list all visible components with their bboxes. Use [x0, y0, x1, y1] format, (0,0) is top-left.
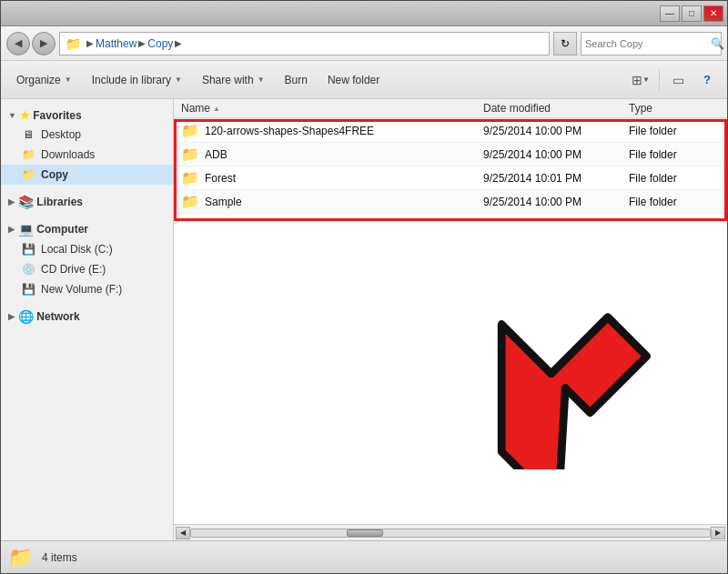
- file-cell-date-1: 9/25/2014 10:00 PM: [483, 148, 629, 161]
- sidebar-item-downloads[interactable]: 📁 Downloads: [1, 145, 173, 165]
- file-cell-date-0: 9/25/2014 10:00 PM: [483, 125, 629, 137]
- new-volume-label: New Volume (F:): [41, 283, 122, 296]
- file-folder-icon-1: 📁: [181, 146, 199, 163]
- computer-header[interactable]: ▶ 💻 Computer: [1, 219, 173, 239]
- column-header-name[interactable]: Name ▲: [181, 102, 483, 115]
- libraries-header[interactable]: ▶ 📚 Libraries: [1, 192, 173, 212]
- organize-button[interactable]: Organize ▼: [8, 65, 80, 96]
- computer-label: Computer: [36, 223, 88, 236]
- favorites-label: Favorites: [33, 109, 81, 122]
- file-row-3[interactable]: 📁 Sample 9/25/2014 10:00 PM File folder: [174, 190, 727, 214]
- file-name-3: Sample: [205, 196, 242, 208]
- file-type-3: File folder: [629, 196, 677, 208]
- local-disk-label: Local Disk (C:): [41, 243, 113, 256]
- preview-pane-button[interactable]: ▭: [665, 67, 691, 93]
- new-folder-button[interactable]: New folder: [319, 65, 388, 96]
- sidebar-item-cd-drive[interactable]: 💿 CD Drive (E:): [1, 259, 173, 279]
- libraries-collapse-arrow: ▶: [8, 197, 15, 206]
- file-list-container: 📁 120-arrows-shapes-Shapes4FREE 9/25/201…: [174, 119, 727, 524]
- file-type-0: File folder: [629, 125, 677, 137]
- sidebar-item-local-disk[interactable]: 💾 Local Disk (C:): [1, 239, 173, 259]
- share-with-dropdown-arrow: ▼: [258, 76, 265, 84]
- maximize-button[interactable]: □: [682, 5, 702, 22]
- include-library-dropdown-arrow: ▼: [175, 76, 182, 84]
- title-bar: — □ ✕: [1, 1, 727, 26]
- favorites-section: ▼ ★ Favorites 🖥 Desktop 📁 Downloads 📁 Co…: [1, 106, 173, 185]
- file-cell-name-1: 📁 ADB: [181, 146, 483, 163]
- toolbar-right: ⊞ ▼ ▭ ?: [628, 67, 720, 93]
- file-type-1: File folder: [629, 148, 677, 161]
- svg-marker-0: [472, 269, 672, 469]
- view-options-button[interactable]: ⊞ ▼: [628, 67, 653, 93]
- breadcrumb-root-icon: 📁: [66, 36, 81, 51]
- favorites-header[interactable]: ▼ ★ Favorites: [1, 106, 173, 125]
- file-date-0: 9/25/2014 10:00 PM: [483, 125, 581, 137]
- network-header[interactable]: ▶ 🌐 Network: [1, 307, 173, 327]
- computer-icon: 💻: [18, 222, 34, 237]
- view-dropdown-arrow: ▼: [642, 76, 650, 84]
- file-name-1: ADB: [205, 148, 228, 161]
- sidebar-item-copy[interactable]: 📁 Copy: [1, 165, 173, 185]
- burn-button[interactable]: Burn: [277, 65, 316, 96]
- scroll-thumb[interactable]: [347, 529, 383, 537]
- scroll-track[interactable]: [190, 529, 711, 538]
- file-list-header: Name ▲ Date modified Type: [174, 99, 727, 119]
- search-box[interactable]: 🔍: [581, 32, 722, 55]
- file-row-0[interactable]: 📁 120-arrows-shapes-Shapes4FREE 9/25/201…: [174, 119, 727, 143]
- sidebar-item-desktop[interactable]: 🖥 Desktop: [1, 125, 173, 145]
- scroll-right-button[interactable]: ▶: [711, 527, 725, 539]
- back-button[interactable]: ◀: [6, 32, 30, 55]
- share-with-label: Share with: [202, 74, 254, 86]
- network-section: ▶ 🌐 Network: [1, 307, 173, 327]
- file-cell-date-3: 9/25/2014 10:00 PM: [483, 196, 629, 208]
- refresh-button[interactable]: ↻: [553, 32, 577, 55]
- file-name-2: Forest: [205, 172, 236, 185]
- toolbar: Organize ▼ Include in library ▼ Share wi…: [1, 61, 727, 99]
- file-row-1[interactable]: 📁 ADB 9/25/2014 10:00 PM File folder: [174, 143, 727, 166]
- breadcrumb-bar[interactable]: 📁 ▶ Matthew ▶ Copy ▶: [59, 32, 550, 55]
- search-icon[interactable]: 🔍: [711, 37, 724, 50]
- column-header-type[interactable]: Type: [629, 102, 720, 115]
- help-button[interactable]: ?: [694, 67, 720, 93]
- file-folder-icon-2: 📁: [181, 169, 199, 186]
- desktop-icon: 🖥: [21, 127, 35, 142]
- file-name-0: 120-arrows-shapes-Shapes4FREE: [205, 125, 374, 137]
- share-with-button[interactable]: Share with ▼: [194, 65, 273, 96]
- minimize-button[interactable]: —: [660, 5, 680, 22]
- breadcrumb-item-copy[interactable]: Copy: [147, 37, 173, 50]
- status-folder-icon: 📁: [8, 546, 33, 569]
- scroll-left-button[interactable]: ◀: [176, 527, 190, 539]
- view-icon: ⊞: [632, 73, 642, 87]
- close-button[interactable]: ✕: [703, 5, 723, 22]
- burn-label: Burn: [285, 74, 308, 86]
- file-cell-type-2: File folder: [629, 172, 720, 185]
- network-icon: 🌐: [18, 309, 34, 324]
- breadcrumb-separator-2: ▶: [175, 38, 182, 48]
- file-type-2: File folder: [629, 172, 677, 185]
- organize-label: Organize: [16, 74, 61, 86]
- sidebar-item-new-volume[interactable]: 💾 New Volume (F:): [1, 279, 173, 299]
- file-date-2: 9/25/2014 10:01 PM: [483, 172, 581, 185]
- network-label: Network: [36, 310, 79, 323]
- forward-button[interactable]: ▶: [32, 32, 56, 55]
- organize-dropdown-arrow: ▼: [65, 76, 72, 84]
- search-input[interactable]: [585, 38, 711, 49]
- downloads-folder-icon: 📁: [21, 147, 35, 162]
- file-cell-type-3: File folder: [629, 196, 720, 208]
- file-cell-name-2: 📁 Forest: [181, 169, 483, 186]
- new-volume-icon: 💾: [21, 282, 35, 297]
- file-cell-type-1: File folder: [629, 148, 720, 161]
- explorer-window: — □ ✕ ◀ ▶ 📁 ▶ Matthew ▶ Copy ▶ ↻ 🔍 Organ…: [0, 0, 728, 574]
- address-bar: ◀ ▶ 📁 ▶ Matthew ▶ Copy ▶ ↻ 🔍: [1, 26, 727, 61]
- column-header-date[interactable]: Date modified: [483, 102, 629, 115]
- file-row-2[interactable]: 📁 Forest 9/25/2014 10:01 PM File folder: [174, 166, 727, 190]
- breadcrumb-item-matthew[interactable]: Matthew: [96, 37, 136, 50]
- include-in-library-button[interactable]: Include in library ▼: [84, 65, 190, 96]
- main-area: ▼ ★ Favorites 🖥 Desktop 📁 Downloads 📁 Co…: [1, 99, 727, 540]
- status-bar: 📁 4 items: [1, 540, 727, 573]
- sidebar-downloads-label: Downloads: [41, 148, 95, 161]
- toolbar-separator-1: [659, 69, 660, 91]
- copy-folder-icon: 📁: [21, 167, 35, 182]
- favorites-star-icon: ★: [20, 109, 30, 122]
- help-icon: ?: [703, 73, 711, 86]
